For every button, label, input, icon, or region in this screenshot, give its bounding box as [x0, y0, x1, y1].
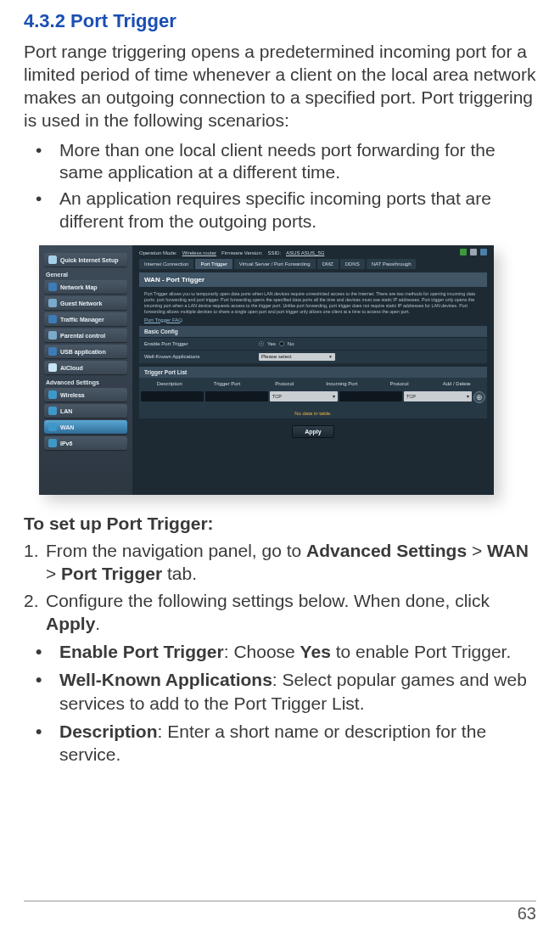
parental-control-icon — [48, 331, 57, 340]
bullet-dot: • — [36, 188, 59, 233]
sidebar-item-aicloud[interactable]: AiCloud — [44, 361, 127, 374]
incoming-port-input[interactable] — [339, 391, 402, 401]
scenario-bullets: •More than one local client needs port f… — [24, 139, 536, 234]
col-protocol: Protocol — [255, 381, 313, 386]
main-panel: Operation Mode: Wireless router Firmware… — [132, 245, 494, 495]
no-data-message: No data in table. — [139, 408, 487, 418]
description-input[interactable] — [141, 391, 204, 401]
panel-description: Port Trigger allows you to temporarily o… — [139, 287, 487, 317]
sidebar-item-lan[interactable]: LAN — [44, 404, 127, 418]
sidebar-item-label: AiCloud — [60, 365, 83, 371]
radio-no-label: No — [288, 341, 294, 346]
wireless-icon — [48, 390, 57, 399]
trigger-port-list-header: Trigger Port List — [139, 367, 487, 378]
bullet-text: Well-Known Applications: Select popular … — [59, 668, 536, 715]
radio-no[interactable] — [279, 341, 284, 346]
tab-ddns[interactable]: DDNS — [340, 259, 365, 269]
sidebar-item-label: Parental control — [60, 333, 105, 339]
sidebar-item-traffic-manager[interactable]: Traffic Manager — [44, 312, 127, 326]
page-number: 63 — [518, 904, 536, 924]
sub-well-known-applications: •Well-Known Applications: Select popular… — [36, 668, 536, 715]
status-icons — [460, 249, 487, 255]
incoming-protocol-select[interactable]: TCP▾ — [404, 391, 472, 401]
ssid-value: ASUS ASUS_5G — [286, 250, 324, 255]
sidebar-section-general: General — [46, 272, 126, 278]
step-text: From the navigation panel, go to Advance… — [46, 539, 536, 586]
steps-list: 1. From the navigation panel, go to Adva… — [24, 539, 536, 635]
sidebar-item-label: IPv6 — [60, 441, 72, 446]
sidebar-item-guest-network[interactable]: Guest Network — [44, 296, 127, 310]
step-text: Configure the following settings below. … — [46, 589, 536, 636]
firmware-label: Firmware Version: — [221, 250, 262, 255]
sidebar-item-label: Wireless — [60, 392, 85, 398]
trigger-port-input[interactable] — [205, 391, 268, 401]
radio-yes[interactable] — [259, 341, 264, 346]
chevron-down-icon: ▾ — [333, 394, 335, 399]
bullet-text: More than one local client needs port fo… — [59, 139, 536, 185]
sidebar-item-usb-application[interactable]: USB application — [44, 345, 127, 358]
basic-config-header: Basic Config — [139, 326, 487, 337]
tab-dmz[interactable]: DMZ — [317, 259, 339, 269]
router-ui: Quick Internet Setup General Network Map… — [39, 245, 494, 495]
sidebar-item-network-map[interactable]: Network Map — [44, 280, 127, 294]
wan-icon — [48, 423, 57, 431]
port-trigger-faq-link[interactable]: Port Trigger FAQ — [139, 317, 487, 326]
step-2: 2. Configure the following settings belo… — [24, 589, 536, 636]
tab-virtual-server[interactable]: Virtual Server / Port Forwarding — [234, 259, 316, 269]
sub-description: •Description: Enter a short name or desc… — [36, 720, 536, 766]
sidebar-item-qis[interactable]: Quick Internet Setup — [44, 253, 127, 267]
sidebar-item-label: WAN — [60, 424, 74, 430]
lan-icon — [48, 407, 57, 415]
step-1: 1. From the navigation panel, go to Adva… — [24, 539, 536, 586]
op-mode-label: Operation Mode: — [139, 250, 177, 255]
usb-status-icon — [470, 249, 477, 255]
select-value: TCP — [272, 394, 282, 399]
guest-network-icon — [48, 299, 57, 307]
bullet-dot: • — [36, 139, 59, 185]
footer-rule — [24, 901, 536, 901]
sidebar-item-ipv6[interactable]: IPv6 — [44, 436, 127, 450]
sidebar-item-parental-control[interactable]: Parental control — [44, 328, 127, 342]
sidebar-item-label: Guest Network — [60, 300, 102, 306]
info-bar: Operation Mode: Wireless router Firmware… — [139, 249, 487, 259]
col-add-delete: Add / Delete — [428, 381, 485, 386]
tab-port-trigger[interactable]: Port Trigger — [195, 259, 232, 269]
radio-yes-label: Yes — [267, 341, 276, 346]
chevron-down-icon: ▾ — [467, 394, 469, 399]
sub-enable-port-trigger: •Enable Port Trigger: Choose Yes to enab… — [36, 640, 536, 663]
add-button[interactable]: ⊕ — [473, 391, 485, 403]
table-columns: Description Trigger Port Protocol Incomi… — [139, 378, 487, 390]
well-known-apps-label: Well-Known Applications — [139, 351, 254, 363]
link-status-icon — [480, 249, 487, 255]
trigger-protocol-select[interactable]: TCP▾ — [270, 391, 338, 401]
tab-internet-connection[interactable]: Internet Connection — [139, 259, 193, 269]
col-incoming-port: Incoming Port — [313, 381, 371, 386]
enable-port-trigger-label: Enable Port Trigger — [139, 338, 254, 350]
ssid-label: SSID: — [267, 250, 281, 255]
chevron-down-icon: ▼ — [325, 354, 333, 359]
bullet-dot: • — [36, 720, 59, 766]
col-description: Description — [141, 381, 199, 386]
network-map-icon — [48, 283, 57, 291]
col-protocol2: Protocol — [371, 381, 428, 386]
aicloud-icon — [48, 363, 57, 372]
table-input-row: TCP▾ TCP▾ ⊕ — [139, 390, 487, 408]
tab-nat-passthrough[interactable]: NAT Passthrough — [367, 259, 417, 269]
setup-heading: To set up Port Trigger: — [24, 514, 536, 534]
well-known-apps-row: Well-Known Applications Please select▼ — [139, 350, 487, 363]
apply-button[interactable]: Apply — [292, 425, 333, 438]
enable-port-trigger-value: Yes No — [254, 338, 487, 350]
traffic-manager-icon — [48, 315, 57, 323]
well-known-apps-select[interactable]: Please select▼ — [259, 353, 335, 361]
bullet-text: Description: Enter a short name or descr… — [59, 720, 536, 766]
plus-icon: ⊕ — [476, 393, 483, 401]
sidebar-item-wireless[interactable]: Wireless — [44, 388, 127, 401]
sidebar-item-label: USB application — [60, 349, 106, 355]
op-mode-value[interactable]: Wireless router — [182, 250, 216, 255]
step-number: 2. — [24, 589, 46, 636]
bullet-item: •More than one local client needs port f… — [36, 139, 536, 185]
bullet-dot: • — [36, 668, 59, 715]
sidebar-section-advanced: Advanced Settings — [46, 379, 126, 385]
enable-port-trigger-row: Enable Port Trigger Yes No — [139, 337, 487, 350]
sidebar-item-wan[interactable]: WAN — [44, 420, 127, 434]
